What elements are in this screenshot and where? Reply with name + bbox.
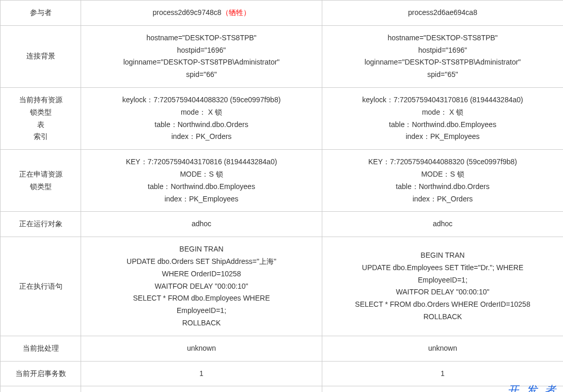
table-row: 参与者 process2d69c9748c8（牺牲） process2d6ae6… <box>1 1 564 26</box>
cell-isolation-2: read committed (2) <box>322 386 564 392</box>
cell-executing-stmt-2: BEGIN TRAN UPDATE dbo.Employees SET Titl… <box>322 237 564 336</box>
cell-holding-2: keylock：7:72057594043170816 (8194443284a… <box>322 87 564 149</box>
cell-running-object-1: adhoc <box>81 212 322 237</box>
victim-suffix: （牺牲） <box>222 8 251 17</box>
cell-requesting-2: KEY：7:72057594044088320 (59ce0997f9b8) M… <box>322 150 564 212</box>
table-row: 当前开启事务数 1 1 <box>1 361 564 386</box>
table-row: 正在申请资源 锁类型 KEY：7:72057594043170816 (8194… <box>1 150 564 212</box>
cell-tran-count-2: 1 <box>322 361 564 386</box>
table-row: 正在执行语句 BEGIN TRAN UPDATE dbo.Orders SET … <box>1 237 564 336</box>
deadlock-table-wrapper: 参与者 process2d69c9748c8（牺牲） process2d6ae6… <box>0 0 563 392</box>
table-row: 连接背景 hostname="DESKTOP-STS8TPB" hostpid=… <box>1 25 564 87</box>
deadlock-table: 参与者 process2d69c9748c8（牺牲） process2d6ae6… <box>0 0 563 392</box>
row-label-connection: 连接背景 <box>1 25 81 87</box>
cell-participant-1: process2d69c9748c8（牺牲） <box>81 1 322 26</box>
participant-id-2: process2d6ae694ca8 <box>408 8 477 17</box>
row-label-tran-count: 当前开启事务数 <box>1 361 81 386</box>
table-row: 当前批处理 unknown unknown <box>1 336 564 361</box>
cell-requesting-1: KEY：7:72057594043170816 (8194443284a0) M… <box>81 150 322 212</box>
cell-participant-2: process2d6ae694ca8 <box>322 1 564 26</box>
row-label-batch: 当前批处理 <box>1 336 81 361</box>
row-label-executing-stmt: 正在执行语句 <box>1 237 81 336</box>
cell-executing-stmt-1: BEGIN TRAN UPDATE dbo.Orders SET ShipAdd… <box>81 237 322 336</box>
participant-id-1: process2d69c9748c8 <box>152 8 221 17</box>
row-label-isolation: 事务隔离级别 <box>1 386 81 392</box>
table-row: 当前持有资源 锁类型 表 索引 keylock：7:72057594044088… <box>1 87 564 149</box>
cell-connection-1: hostname="DESKTOP-STS8TPB" hostpid="1696… <box>81 25 322 87</box>
row-label-running-object: 正在运行对象 <box>1 212 81 237</box>
cell-tran-count-1: 1 <box>81 361 322 386</box>
row-label-holding: 当前持有资源 锁类型 表 索引 <box>1 87 81 149</box>
cell-batch-2: unknown <box>322 336 564 361</box>
table-row: 事务隔离级别 read committed (2) read committed… <box>1 386 564 392</box>
cell-running-object-2: adhoc <box>322 212 564 237</box>
table-row: 正在运行对象 adhoc adhoc <box>1 212 564 237</box>
row-label-requesting: 正在申请资源 锁类型 <box>1 150 81 212</box>
row-label-participant: 参与者 <box>1 1 81 26</box>
cell-isolation-1: read committed (2) <box>81 386 322 392</box>
cell-holding-1: keylock：7:72057594044088320 (59ce0997f9b… <box>81 87 322 149</box>
cell-batch-1: unknown <box>81 336 322 361</box>
cell-connection-2: hostname="DESKTOP-STS8TPB" hostpid="1696… <box>322 25 564 87</box>
